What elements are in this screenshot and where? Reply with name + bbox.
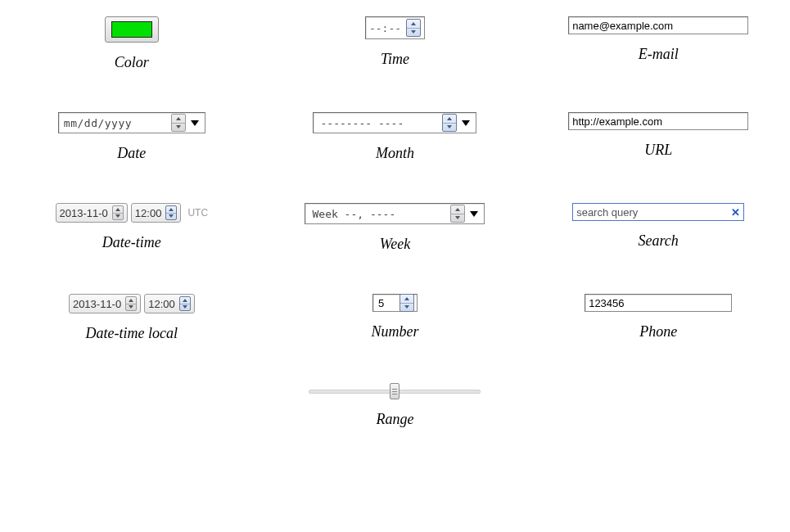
phone-input[interactable]	[585, 294, 732, 312]
time-input[interactable]: --:--	[365, 16, 425, 39]
range-label: Range	[377, 411, 414, 428]
time-label: Time	[381, 51, 409, 68]
week-value: Week --, ----	[312, 208, 395, 220]
datetime-local-input[interactable]: 2013-11-0 12:00	[69, 294, 195, 313]
week-spinner[interactable]	[450, 205, 465, 223]
color-swatch	[111, 21, 152, 38]
time-value: --:--	[369, 22, 401, 34]
week-label: Week	[380, 236, 410, 253]
week-dropdown-icon[interactable]	[467, 205, 481, 223]
date-spinner[interactable]	[171, 114, 186, 132]
week-input[interactable]: Week --, ----	[305, 203, 485, 224]
email-label: E-mail	[639, 46, 679, 63]
email-input[interactable]	[568, 16, 748, 34]
range-thumb[interactable]	[390, 383, 400, 399]
color-input[interactable]	[105, 16, 159, 43]
month-label: Month	[376, 145, 414, 162]
phone-label: Phone	[639, 323, 677, 340]
color-label: Color	[115, 54, 149, 71]
date-input[interactable]: mm/dd/yyyy	[58, 112, 205, 133]
datetime-date-spinner[interactable]	[112, 205, 124, 220]
datetime-date-value: 2013-11-0	[60, 207, 108, 219]
search-input[interactable]: search query ✕	[572, 203, 744, 221]
url-label: URL	[644, 142, 672, 159]
date-value: mm/dd/yyyy	[64, 117, 132, 129]
datetime-local-date-value: 2013-11-0	[73, 298, 121, 310]
datetime-label: Date-time	[102, 234, 161, 251]
datetime-input[interactable]: 2013-11-0 12:00 UTC	[56, 203, 209, 223]
datetime-local-time-spinner[interactable]	[179, 296, 191, 311]
datetime-time-value: 12:00	[135, 207, 162, 219]
time-spinner[interactable]	[406, 19, 421, 37]
date-label: Date	[117, 145, 146, 162]
search-label: Search	[638, 232, 678, 250]
number-input[interactable]: 5	[372, 294, 418, 312]
datetime-local-date-spinner[interactable]	[125, 296, 137, 311]
url-input[interactable]	[568, 112, 748, 130]
datetime-local-time-value: 12:00	[148, 298, 175, 310]
month-value: -------- ----	[320, 117, 404, 129]
range-input[interactable]	[309, 383, 481, 399]
number-spinner[interactable]	[400, 294, 414, 312]
number-value: 5	[378, 297, 393, 309]
month-dropdown-icon[interactable]	[458, 114, 473, 132]
number-label: Number	[371, 323, 418, 340]
datetime-tz: UTC	[187, 207, 208, 219]
month-input[interactable]: -------- ----	[313, 112, 476, 133]
datetime-time-spinner[interactable]	[165, 205, 177, 220]
datetime-local-label: Date-time local	[86, 325, 178, 342]
search-value: search query	[576, 206, 731, 219]
date-dropdown-icon[interactable]	[187, 114, 202, 132]
clear-icon[interactable]: ✕	[731, 206, 740, 219]
month-spinner[interactable]	[442, 114, 457, 132]
